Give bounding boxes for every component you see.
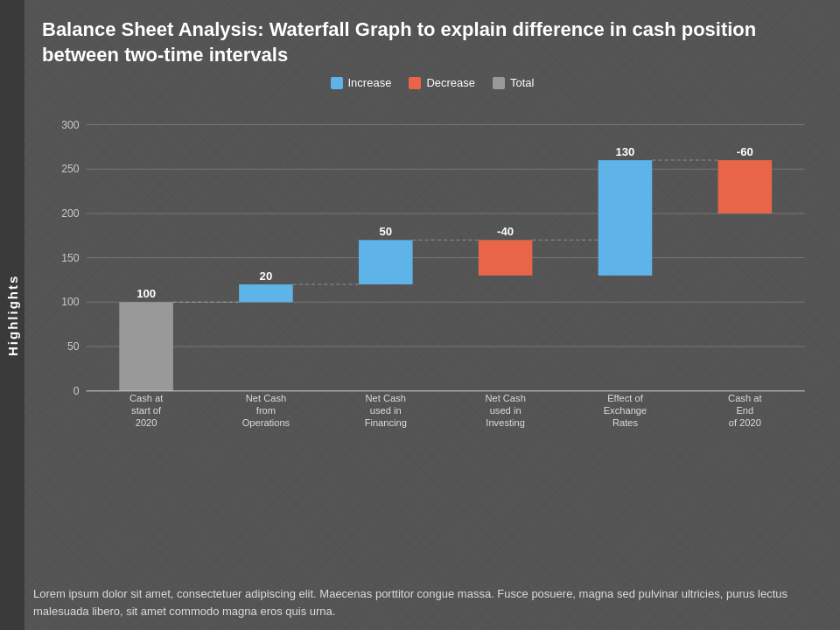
- footer-text: Lorem ipsum dolor sit amet, consectetuer…: [24, 585, 840, 620]
- svg-text:Cash at: Cash at: [130, 393, 164, 403]
- legend-label: Total: [510, 76, 534, 89]
- main-content: Balance Sheet Analysis: Waterfall Graph …: [24, 0, 840, 630]
- chart-container: IncreaseDecreaseTotal 050100150200250300…: [42, 76, 822, 505]
- svg-text:-40: -40: [497, 225, 514, 238]
- svg-text:used in: used in: [490, 405, 522, 416]
- svg-text:Net Cash: Net Cash: [246, 393, 286, 403]
- svg-rect-32: [479, 241, 533, 276]
- sidebar-label: Highlights: [5, 274, 20, 355]
- svg-text:300: 300: [61, 119, 80, 131]
- svg-text:Operations: Operations: [242, 417, 290, 428]
- svg-text:Cash at: Cash at: [728, 393, 762, 403]
- svg-rect-20: [239, 284, 293, 302]
- svg-rect-38: [598, 160, 653, 276]
- page-title: Balance Sheet Analysis: Waterfall Graph …: [42, 18, 760, 67]
- legend-item: Increase: [331, 76, 392, 89]
- svg-text:250: 250: [61, 163, 80, 175]
- svg-text:100: 100: [136, 287, 156, 300]
- svg-rect-26: [359, 241, 413, 285]
- svg-text:20: 20: [260, 270, 273, 283]
- svg-text:Effect of: Effect of: [607, 393, 644, 403]
- legend-color-box: [409, 77, 421, 89]
- legend-color-box: [331, 77, 343, 89]
- svg-text:Financing: Financing: [365, 417, 407, 428]
- svg-text:50: 50: [379, 225, 392, 238]
- svg-text:150: 150: [61, 252, 80, 264]
- legend-label: Increase: [348, 76, 392, 89]
- chart-area: 050100150200250300100Cash atstart of2020…: [42, 96, 822, 472]
- svg-text:Net Cash: Net Cash: [485, 393, 525, 403]
- svg-text:End: End: [736, 405, 753, 416]
- svg-rect-14: [119, 302, 173, 390]
- waterfall-chart: 050100150200250300100Cash atstart of2020…: [42, 96, 822, 472]
- svg-text:Exchange: Exchange: [604, 405, 648, 416]
- svg-text:50: 50: [67, 340, 80, 353]
- svg-text:Investing: Investing: [486, 417, 525, 428]
- svg-text:2020: 2020: [136, 417, 158, 428]
- svg-text:100: 100: [61, 297, 80, 309]
- svg-text:130: 130: [615, 145, 634, 158]
- legend-color-box: [493, 77, 505, 89]
- svg-text:used in: used in: [370, 405, 402, 416]
- svg-text:of 2020: of 2020: [729, 417, 761, 428]
- svg-text:start of: start of: [131, 405, 162, 416]
- svg-text:0: 0: [74, 385, 80, 397]
- sidebar: Highlights: [0, 0, 24, 630]
- svg-text:-60: -60: [737, 145, 753, 158]
- svg-text:from: from: [256, 405, 276, 416]
- svg-text:200: 200: [61, 207, 80, 220]
- svg-text:Rates: Rates: [612, 417, 639, 428]
- svg-rect-44: [718, 160, 773, 214]
- chart-legend: IncreaseDecreaseTotal: [42, 76, 822, 89]
- legend-label: Decrease: [426, 76, 475, 89]
- svg-text:Net Cash: Net Cash: [366, 393, 406, 403]
- legend-item: Decrease: [409, 76, 475, 89]
- legend-item: Total: [493, 76, 534, 89]
